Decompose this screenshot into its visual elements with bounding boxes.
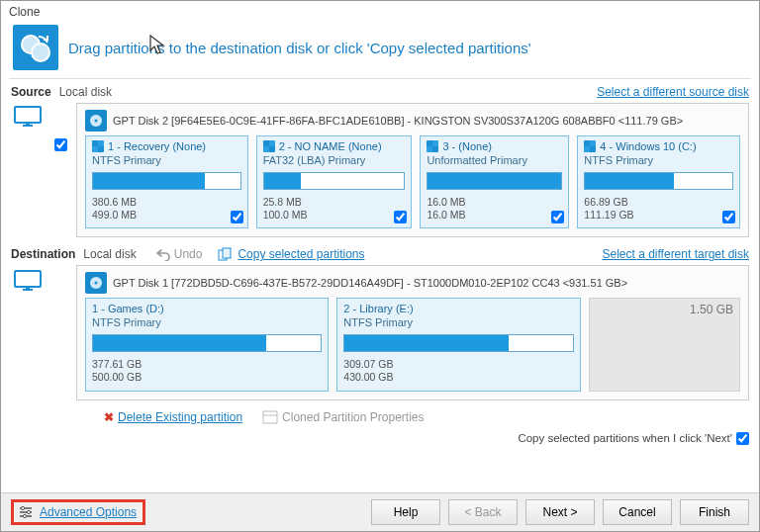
properties-icon <box>262 410 278 424</box>
finish-button[interactable]: Finish <box>680 499 749 525</box>
help-button[interactable]: Help <box>371 499 440 525</box>
source-disk-panel: GPT Disk 2 [9F64E5E6-0C9E-41FF-86FA-BFC1… <box>76 103 749 237</box>
advanced-options-highlight: Advanced Options <box>11 499 145 525</box>
cloned-props-button: Cloned Partition Properties <box>262 410 424 424</box>
svg-rect-8 <box>223 248 231 258</box>
destination-label: Destination <box>11 247 75 261</box>
partition-title: 4 - Windows 10 (C:) <box>600 140 696 152</box>
clone-wizard-window: Clone Drag partitions to the destination… <box>0 0 760 532</box>
svg-point-16 <box>21 506 24 509</box>
header-instruction: Drag partitions to the destination disk … <box>68 40 531 56</box>
hdd-icon <box>85 110 107 132</box>
free-space-card[interactable]: 1.50 GB <box>589 298 740 391</box>
partition-total: 111.19 GB <box>584 209 633 221</box>
svg-rect-11 <box>26 287 30 290</box>
partition-used: 380.6 MB <box>92 196 137 208</box>
usage-bar <box>584 172 733 190</box>
partition-card[interactable]: 1 - Games (D:) NTFS Primary 377.61 GB500… <box>85 298 329 391</box>
cloned-props-label: Cloned Partition Properties <box>282 410 424 424</box>
partition-total: 100.0 MB <box>263 209 308 221</box>
svg-rect-4 <box>26 123 30 126</box>
copy-on-next-label: Copy selected partitions when I click 'N… <box>518 432 732 444</box>
partition-fs: NTFS Primary <box>343 316 573 328</box>
partition-checkbox[interactable] <box>394 211 407 223</box>
select-source-link[interactable]: Select a different source disk <box>597 85 749 99</box>
delete-partition-button[interactable]: ✖ Delete Existing partition <box>104 410 242 424</box>
partition-fs: Unformatted Primary <box>427 154 562 166</box>
partition-total: 500.00 GB <box>92 371 142 383</box>
copy-on-next-checkbox[interactable] <box>736 432 749 445</box>
partition-card[interactable]: 3 - (None) Unformatted Primary 16.0 MB16… <box>420 135 569 228</box>
header: Drag partitions to the destination disk … <box>1 23 759 78</box>
windows-icon <box>584 140 596 152</box>
free-space-label: 1.50 GB <box>690 303 733 316</box>
copy-on-next-row: Copy selected partitions when I click 'N… <box>518 428 759 445</box>
usage-bar <box>92 172 241 190</box>
delete-x-icon: ✖ <box>104 410 114 424</box>
copy-icon <box>218 247 234 261</box>
partition-card[interactable]: 1 - Recovery (None) NTFS Primary 380.6 M… <box>85 135 248 228</box>
partition-card[interactable]: 2 - Library (E:) NTFS Primary 309.07 GB4… <box>336 298 580 391</box>
source-partitions: 1 - Recovery (None) NTFS Primary 380.6 M… <box>85 135 740 228</box>
select-target-link[interactable]: Select a different target disk <box>602 247 749 261</box>
svg-point-1 <box>32 44 49 61</box>
partition-title: 1 - Recovery (None) <box>108 140 206 152</box>
hdd-icon <box>85 272 107 294</box>
partition-used: 309.07 GB <box>343 358 393 370</box>
svg-point-13 <box>95 282 98 285</box>
partition-fs: FAT32 (LBA) Primary <box>263 154 406 166</box>
svg-rect-2 <box>15 107 41 123</box>
windows-icon <box>427 140 438 152</box>
partition-checkbox[interactable] <box>231 211 243 223</box>
footer-bar: Advanced Options Help < Back Next > Canc… <box>1 492 759 531</box>
svg-point-6 <box>95 120 98 123</box>
partition-card[interactable]: 4 - Windows 10 (C:) NTFS Primary 66.89 G… <box>577 135 740 228</box>
partition-fs: NTFS Primary <box>92 154 241 166</box>
svg-rect-14 <box>263 411 277 423</box>
windows-icon <box>92 140 104 152</box>
monitor-icon <box>11 103 45 131</box>
delete-partition-label: Delete Existing partition <box>118 410 242 424</box>
svg-rect-9 <box>15 271 41 287</box>
usage-bar <box>427 172 562 190</box>
copy-partitions-button[interactable]: Copy selected partitions <box>218 247 364 261</box>
partition-total: 430.00 GB <box>343 371 393 383</box>
destination-partitions: 1 - Games (D:) NTFS Primary 377.61 GB500… <box>85 298 740 391</box>
monitor-icon <box>11 265 45 293</box>
destination-sublabel: Local disk <box>83 247 136 261</box>
source-disk-header: GPT Disk 2 [9F64E5E6-0C9E-41FF-86FA-BFC1… <box>113 115 683 127</box>
source-sublabel: Local disk <box>59 85 112 99</box>
svg-point-18 <box>23 514 26 517</box>
destination-disk-panel: GPT Disk 1 [772DBD5D-C696-437E-B572-29DD… <box>76 265 749 399</box>
partition-used: 66.89 GB <box>584 196 627 208</box>
partition-title: 1 - Games (D:) <box>92 303 164 314</box>
select-all-source-checkbox[interactable] <box>54 138 67 151</box>
partition-used: 377.61 GB <box>92 358 142 370</box>
sliders-icon <box>18 504 34 520</box>
svg-point-17 <box>27 510 30 513</box>
source-label: Source <box>11 85 51 99</box>
undo-label: Undo <box>174 247 203 261</box>
usage-bar <box>343 334 573 352</box>
partition-used: 25.8 MB <box>263 196 302 208</box>
undo-icon <box>156 247 170 261</box>
partition-actions-row: ✖ Delete Existing partition Cloned Parti… <box>1 404 759 428</box>
copy-partitions-label: Copy selected partitions <box>238 247 364 261</box>
clone-hdd-icon <box>13 25 58 70</box>
window-title: Clone <box>1 1 759 23</box>
partition-checkbox[interactable] <box>551 211 564 223</box>
partition-total: 16.0 MB <box>427 209 465 221</box>
advanced-options-link[interactable]: Advanced Options <box>40 505 137 519</box>
partition-title: 3 - (None) <box>442 140 492 152</box>
back-button[interactable]: < Back <box>448 499 518 525</box>
destination-section: Destination Local disk Undo Copy selecte… <box>1 241 759 403</box>
cancel-button[interactable]: Cancel <box>603 499 672 525</box>
partition-card[interactable]: 2 - NO NAME (None) FAT32 (LBA) Primary 2… <box>256 135 413 228</box>
windows-icon <box>263 140 275 152</box>
partition-checkbox[interactable] <box>722 211 735 223</box>
partition-fs: NTFS Primary <box>92 316 322 328</box>
partition-title: 2 - Library (E:) <box>343 303 413 314</box>
partition-used: 16.0 MB <box>427 196 465 208</box>
undo-button[interactable]: Undo <box>156 247 203 261</box>
next-button[interactable]: Next > <box>525 499 595 525</box>
